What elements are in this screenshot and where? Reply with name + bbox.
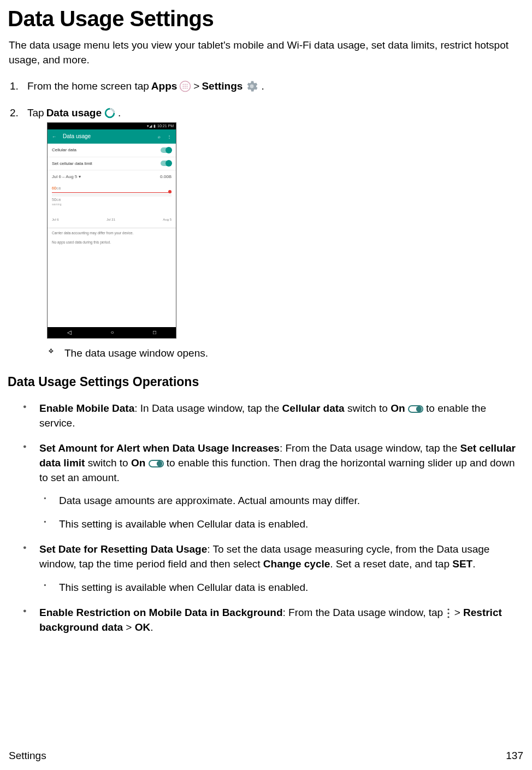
op1-on: On (391, 402, 405, 414)
op4-title: Enable Restriction on Mobile Data in Bac… (39, 607, 283, 618)
op3-set: SET (452, 558, 472, 570)
op2-sub2: This setting is available when Cellular … (59, 517, 523, 532)
op1-t1: : In Data usage window, tap the (134, 402, 282, 414)
op2-on: On (131, 457, 145, 469)
op4-t1: : From the Data usage window, tap (283, 607, 446, 618)
svg-point-3 (187, 84, 188, 85)
tick-1: Jul 6 (52, 217, 59, 222)
step-1-dot: . (261, 79, 264, 94)
op3-t2: . Set a reset date, and tap (330, 558, 452, 570)
op-set-reset-date: Set Date for Resetting Data Usage: To se… (39, 542, 523, 595)
op1-title: Enable Mobile Data (39, 402, 134, 414)
svg-point-4 (183, 86, 184, 87)
overflow-menu-icon (446, 608, 451, 619)
svg-point-5 (185, 86, 186, 87)
op3-title: Set Date for Resetting Data Usage (39, 543, 207, 555)
appbar-title: Data usage (63, 133, 151, 140)
step-1-text: From the home screen tap (27, 79, 149, 94)
svg-point-1 (183, 84, 184, 85)
warn-unit: GB (56, 198, 61, 202)
svg-point-9 (187, 88, 188, 89)
step-1: 1. From the home screen tap Apps > Setti… (27, 79, 523, 94)
apps-label: Apps (151, 79, 178, 94)
warn-value: 50 (52, 198, 56, 202)
svg-point-17 (448, 612, 450, 614)
step-2-num: 2. (10, 106, 19, 121)
carrier-note: Carrier data accounting may differ from … (48, 228, 176, 238)
op2-t2: switch to (85, 457, 131, 469)
page-title: Data Usage Settings (8, 3, 523, 34)
settings-label: Settings (202, 79, 243, 94)
op2-title: Set Amount for Alert when Data Usage Inc… (39, 442, 280, 454)
data-usage-label: Data usage (46, 106, 102, 121)
op-enable-mobile-data: Enable Mobile Data: In Data usage window… (39, 401, 523, 430)
op4-gt: > (454, 607, 463, 618)
op1-t2: switch to (345, 402, 391, 414)
op-set-alert-amount: Set Amount for Alert when Data Usage Inc… (39, 441, 523, 531)
op-restrict-background: Enable Restriction on Mobile Data in Bac… (39, 606, 523, 635)
op3-t3: . (472, 558, 475, 570)
op3-sub1: This setting is available when Cellular … (59, 581, 523, 595)
step-2-dot: . (118, 106, 121, 121)
row-cellular-data: Cellular data (52, 147, 76, 153)
cycle-value: 0.00B (160, 174, 172, 180)
intro-text: The data usage menu lets you view your t… (9, 38, 523, 67)
nav-home-icon: ○ (110, 329, 114, 336)
cycle-range: Jul 6 – Aug 5 (52, 174, 77, 179)
op2-sub1: Data usage amounts are approximate. Actu… (59, 494, 523, 508)
svg-point-7 (183, 88, 184, 89)
status-signal-icon: ▾◢ (147, 123, 152, 129)
toggle-cellular (161, 147, 172, 153)
overflow-icon: ⋮ (167, 134, 172, 140)
back-icon: ← (52, 134, 56, 140)
footer-section: Settings (9, 749, 46, 763)
gt1: > (193, 79, 199, 94)
toggle-limit (161, 161, 172, 166)
svg-point-16 (448, 608, 450, 610)
result-note: The data usage window opens. (64, 346, 523, 361)
tick-2: Jul 21 (107, 217, 115, 222)
svg-point-8 (185, 88, 186, 89)
row-set-limit: Set cellular data limit (52, 161, 92, 167)
op4-dot: . (150, 621, 153, 633)
op4-gt2: > (123, 621, 135, 633)
step-1-num: 1. (10, 79, 19, 94)
op3-change: Change cycle (263, 558, 330, 570)
data-usage-icon (104, 107, 116, 119)
toggle-on-icon (149, 459, 164, 469)
search-icon: ⌕ (158, 134, 161, 140)
op1-cell: Cellular data (282, 402, 345, 414)
step-2-text: Tap (27, 106, 44, 121)
limit-unit: GB (56, 187, 61, 190)
noapps-note: No apps used data during this period. (48, 238, 176, 247)
page-number: 137 (506, 749, 523, 763)
status-battery-icon: ▮ (153, 123, 156, 129)
limit-value: 60 (52, 186, 56, 190)
svg-point-18 (448, 616, 450, 618)
nav-recent-icon: □ (153, 329, 156, 336)
op4-ok: OK (135, 621, 151, 633)
gear-icon (245, 79, 259, 93)
svg-point-10 (250, 85, 254, 88)
warning-label: warning (52, 203, 172, 206)
step-2: 2. Tap Data usage . ▾◢ ▮ 10:21 PM ← Data… (27, 106, 523, 361)
screenshot-data-usage: ▾◢ ▮ 10:21 PM ← Data usage ⌕ ⋮ Cellular … (47, 122, 176, 339)
svg-point-6 (187, 86, 188, 87)
op2-t1: : From the Data usage window, tap the (280, 442, 460, 454)
tick-3: Aug 5 (163, 217, 172, 222)
nav-back-icon: ◁ (67, 329, 72, 336)
svg-point-13 (416, 406, 422, 412)
svg-point-15 (156, 461, 162, 466)
apps-icon (179, 80, 191, 92)
status-time: 10:21 PM (157, 123, 174, 129)
svg-point-2 (185, 84, 186, 85)
cycle-arrow-icon: ▾ (79, 174, 81, 179)
toggle-on-icon (408, 404, 423, 414)
section-heading: Data Usage Settings Operations (8, 373, 523, 390)
